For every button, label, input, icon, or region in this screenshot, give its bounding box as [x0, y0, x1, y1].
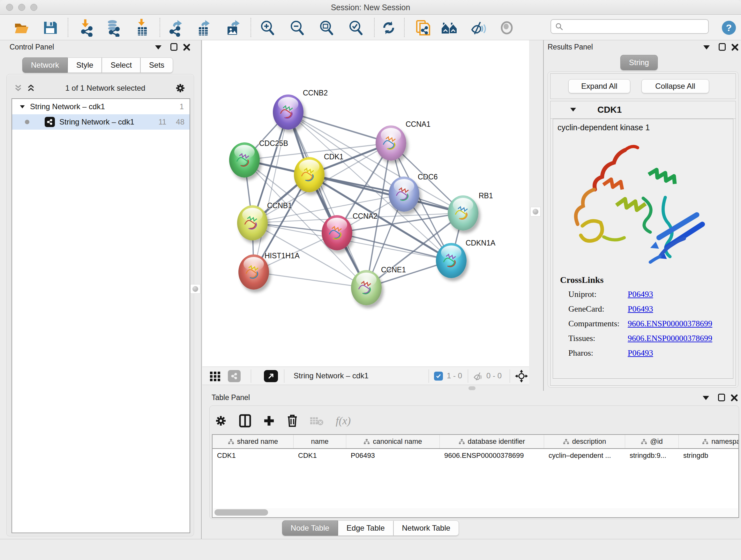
import-table-file-button[interactable]	[133, 18, 151, 37]
network-node[interactable]	[237, 205, 268, 240]
table-cell[interactable]: stringdb:9...	[625, 449, 679, 462]
zoom-in-button[interactable]	[258, 18, 277, 37]
import-network-file-button[interactable]	[77, 18, 96, 37]
network-node[interactable]	[273, 95, 304, 130]
scrollbar-thumb[interactable]	[214, 509, 268, 516]
selected-checkbox-icon[interactable]	[434, 372, 443, 381]
network-node[interactable]	[294, 157, 325, 192]
save-session-button[interactable]	[41, 18, 59, 37]
table-cell[interactable]: stringdb	[679, 449, 739, 462]
network-node[interactable]	[376, 125, 406, 161]
tab-select[interactable]: Select	[102, 57, 140, 73]
network-node[interactable]	[351, 270, 382, 305]
network-node[interactable]	[229, 142, 260, 178]
tab-node-table[interactable]: Node Table	[282, 520, 338, 536]
table-panel-menu-icon[interactable]	[703, 396, 709, 400]
pan-crosshair-icon[interactable]	[515, 370, 528, 382]
network-row[interactable]: String Network – cdk1 11 48	[12, 114, 190, 130]
network-edge[interactable]	[288, 112, 391, 143]
table-cell[interactable]: P06493	[346, 449, 440, 462]
column-header[interactable]: @id	[625, 435, 679, 448]
network-node[interactable]	[389, 177, 419, 212]
help-button[interactable]: ?	[720, 18, 738, 37]
tab-style[interactable]: Style	[68, 57, 102, 73]
column-header[interactable]: description	[544, 435, 625, 448]
network-edge[interactable]	[254, 272, 366, 288]
export-network-button[interactable]	[167, 18, 185, 37]
table-panel-float-icon[interactable]	[718, 394, 725, 401]
show-all-button[interactable]	[497, 18, 516, 37]
table-options-gear-icon[interactable]	[214, 415, 227, 427]
control-panel-float-icon[interactable]	[171, 43, 178, 51]
node-table[interactable]: shared namenamecanonical namedatabase id…	[212, 434, 739, 518]
results-panel-close-icon[interactable]	[731, 43, 739, 51]
collapse-all-button[interactable]: Collapse All	[642, 79, 709, 93]
network-edge[interactable]	[254, 112, 288, 272]
tab-edge-table[interactable]: Edge Table	[338, 520, 394, 536]
zoom-out-button[interactable]	[288, 18, 307, 37]
expand-all-button[interactable]: Expand All	[568, 79, 630, 93]
crosslink-link[interactable]: P06493	[628, 348, 653, 358]
tab-string[interactable]: String	[620, 55, 658, 70]
crosslink-link[interactable]: 9606.ENSP00000378699	[628, 334, 712, 343]
birds-eye-view-icon[interactable]	[264, 370, 278, 382]
column-header[interactable]: database identifier	[440, 435, 544, 448]
column-header[interactable]: name	[293, 435, 346, 448]
grid-view-icon[interactable]	[209, 371, 221, 381]
table-cell[interactable]: CDK1	[212, 449, 293, 462]
clone-network-button[interactable]	[414, 18, 432, 37]
network-view-mode-icon[interactable]	[228, 370, 241, 382]
network-collection-row[interactable]: String Network – cdk1 1	[12, 99, 190, 114]
control-panel-close-icon[interactable]	[183, 43, 191, 51]
right-splitter-handle[interactable]	[530, 207, 541, 216]
table-row[interactable]: CDK1CDK1P064939606.ENSP00000378699cyclin…	[212, 449, 738, 462]
collapse-all-icon[interactable]	[13, 83, 23, 93]
gene-collapse-icon[interactable]	[570, 108, 576, 112]
gene-section-header[interactable]: CDK1	[550, 101, 736, 119]
column-header[interactable]: shared name	[212, 435, 293, 448]
results-panel-float-icon[interactable]	[719, 43, 726, 51]
column-header[interactable]: namespace	[679, 435, 739, 448]
search-input[interactable]	[550, 19, 709, 34]
column-header[interactable]: canonical name	[346, 435, 440, 448]
table-horizontal-scrollbar[interactable]	[213, 508, 738, 516]
column-header-label: canonical name	[373, 437, 422, 446]
export-table-button[interactable]	[195, 18, 213, 37]
results-panel-menu-icon[interactable]	[703, 45, 710, 50]
crosslink-link[interactable]: P06493	[628, 290, 653, 299]
open-session-button[interactable]	[12, 18, 31, 37]
apply-layout-button[interactable]	[380, 18, 398, 37]
table-panel-close-icon[interactable]	[730, 394, 738, 402]
import-network-database-button[interactable]	[104, 18, 122, 37]
delete-column-icon[interactable]	[286, 414, 298, 428]
control-panel-menu-icon[interactable]	[155, 45, 161, 50]
network-edge[interactable]	[288, 112, 366, 288]
crosslink-link[interactable]: P06493	[628, 304, 653, 314]
left-panel-divider	[201, 40, 202, 539]
network-node[interactable]	[448, 195, 478, 231]
zoom-selected-button[interactable]	[347, 18, 365, 37]
table-panel-title: Table Panel	[212, 393, 250, 402]
tab-sets[interactable]: Sets	[140, 57, 173, 73]
crosslink-link[interactable]: 9606.ENSP00000378699	[628, 319, 712, 328]
first-neighbors-button[interactable]	[441, 18, 459, 37]
horizontal-splitter-handle[interactable]	[468, 386, 475, 390]
expand-all-icon[interactable]	[26, 83, 36, 93]
table-cell[interactable]: CDK1	[293, 449, 346, 462]
collection-expand-icon[interactable]	[20, 105, 25, 108]
table-cell[interactable]: cyclin–dependent ...	[544, 449, 625, 462]
export-image-button[interactable]	[224, 18, 243, 37]
show-columns-icon[interactable]	[239, 414, 252, 428]
network-node[interactable]	[436, 243, 467, 278]
network-options-gear-icon[interactable]	[175, 83, 186, 94]
table-cell[interactable]: 9606.ENSP00000378699	[440, 449, 544, 462]
zoom-fit-button[interactable]	[317, 18, 336, 37]
hide-selected-button[interactable]	[469, 18, 488, 37]
left-splitter-handle[interactable]	[190, 284, 200, 294]
network-view-canvas[interactable]: CCNB2CCNA1CDC25BCDK1CDC6RB1CCNB1CCNA2CDK…	[202, 40, 529, 367]
create-column-icon[interactable]	[263, 415, 275, 427]
string-network-icon	[45, 117, 55, 127]
network-node[interactable]	[322, 215, 352, 250]
tab-network[interactable]: Network	[22, 57, 68, 73]
tab-network-table[interactable]: Network Table	[394, 520, 459, 536]
